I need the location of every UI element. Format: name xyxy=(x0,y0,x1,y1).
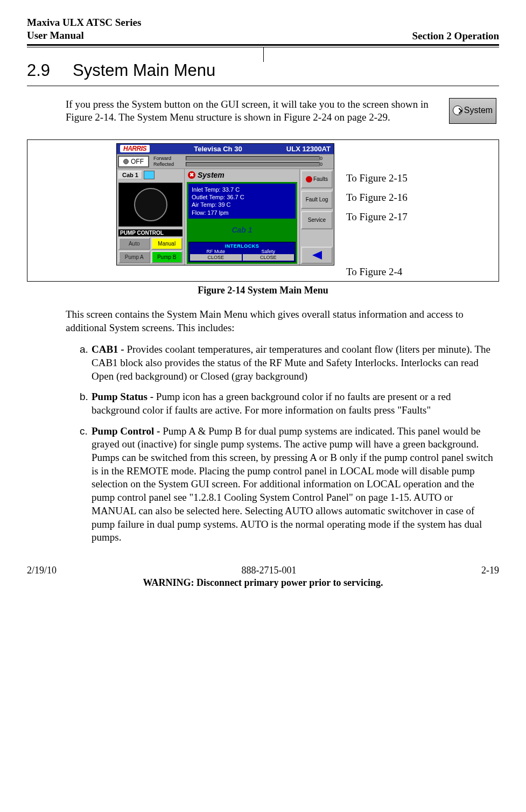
section-title: System Main Menu xyxy=(73,61,215,80)
gui-channel: Televisa Ch 30 xyxy=(194,145,242,153)
air-temp: Air Temp: 39 C xyxy=(192,201,292,208)
cab1-tab[interactable]: Cab 1 xyxy=(118,171,142,179)
outlet-temp: Outlet Temp: 36.7 C xyxy=(192,193,292,201)
home-icon[interactable] xyxy=(144,171,155,179)
product-line1: Maxiva ULX ATSC Series xyxy=(27,16,141,29)
cab-label: Cab 1 xyxy=(188,219,296,242)
product-line2: User Manual xyxy=(27,29,141,42)
marker-a: a. xyxy=(80,343,92,383)
annotation-faults: To Figure 2-15 xyxy=(346,172,408,184)
power-status[interactable]: OFF xyxy=(118,156,149,167)
fault-log-button[interactable]: Fault Log xyxy=(301,191,333,209)
brand-logo: HARRIS xyxy=(120,145,150,152)
item-c-bold: Pump Control - xyxy=(92,425,163,437)
footer-date: 2/19/10 xyxy=(27,565,57,576)
temperature-box: Inlet Temp: 33.7 C Outlet Temp: 36.7 C A… xyxy=(188,184,296,219)
item-a-text: Provides coolant temperatures, air tempe… xyxy=(92,344,490,381)
service-button[interactable]: Service xyxy=(301,211,333,229)
reflected-label: Reflected xyxy=(153,162,186,167)
system-label: System xyxy=(198,171,225,179)
feature-list: a. CAB1 - Provides coolant temperatures,… xyxy=(80,343,499,544)
fault-log-label: Fault Log xyxy=(306,197,328,202)
annotation-back: To Figure 2-4 xyxy=(346,266,408,278)
reflected-value: 0 xyxy=(320,162,331,167)
footer-warning: WARNING: Disconnect primary power prior … xyxy=(27,577,499,589)
fault-icon xyxy=(306,176,312,183)
auto-button[interactable]: Auto xyxy=(118,237,150,250)
forward-label: Forward xyxy=(153,156,186,161)
safety-status: CLOSE xyxy=(243,254,294,261)
header-rule-thick xyxy=(27,44,499,46)
annotation-service: To Figure 2-17 xyxy=(346,211,408,223)
annotation-faultlog: To Figure 2-16 xyxy=(346,192,408,204)
pump-a-button[interactable]: Pump A xyxy=(118,251,150,263)
header-rule-thin xyxy=(27,47,499,47)
x-icon: ✖ xyxy=(188,171,195,179)
cab1-panel: Inlet Temp: 33.7 C Outlet Temp: 36.7 C A… xyxy=(187,182,297,264)
gui-screenshot: HARRIS Televisa Ch 30 ULX 12300AT OFF Fo… xyxy=(116,143,334,265)
power-dot-icon xyxy=(123,159,129,164)
intro-text: If you press the System button on the GU… xyxy=(66,99,429,123)
body-paragraph: This screen contains the System Main Men… xyxy=(66,308,499,334)
pump-status-panel xyxy=(118,183,183,227)
system-icon xyxy=(453,106,462,115)
safety-label: Safety xyxy=(243,249,294,254)
forward-bar xyxy=(186,156,320,160)
system-header: ✖ System xyxy=(185,169,299,181)
item-c-text: Pump A & Pump B for dual pump systems ar… xyxy=(92,425,493,543)
gui-model: ULX 12300AT xyxy=(286,145,331,153)
fwd-ref-meters: Forward 0 Reflected 0 xyxy=(150,155,334,169)
list-item-c: c. Pump Control - Pump A & Pump B for du… xyxy=(80,425,499,544)
faults-button[interactable]: Faults xyxy=(301,170,333,188)
reflected-bar xyxy=(186,162,320,166)
item-b-bold: Pump Status - xyxy=(92,391,156,402)
gui-main-area: Cab 1 PUMP CONTROL Auto Manual Pump A Pu xyxy=(117,169,334,265)
page-footer: 2/19/10 888-2715-001 2-19 WARNING: Disco… xyxy=(27,565,499,589)
back-button[interactable] xyxy=(301,247,333,264)
figure-caption: Figure 2-14 System Main Menu xyxy=(27,285,499,296)
header-product: Maxiva ULX ATSC Series User Manual xyxy=(27,16,141,42)
compass-icon xyxy=(134,188,167,221)
pump-control-panel: PUMP CONTROL Auto Manual Pump A Pump B xyxy=(117,228,184,265)
faults-label: Faults xyxy=(313,176,328,182)
section-heading: 2.9 System Main Menu xyxy=(27,61,499,86)
header-section: Section 2 Operation xyxy=(412,30,500,42)
figure-annotations: To Figure 2-15 To Figure 2-16 To Figure … xyxy=(346,143,408,278)
page-header: Maxiva ULX ATSC Series User Manual Secti… xyxy=(27,16,499,44)
gui-left-column: Cab 1 PUMP CONTROL Auto Manual Pump A Pu xyxy=(117,169,185,265)
marker-b: b. xyxy=(80,390,92,417)
pump-control-label: PUMP CONTROL xyxy=(118,229,183,236)
marker-c: c. xyxy=(80,425,92,544)
power-label: OFF xyxy=(131,158,144,165)
list-item-a: a. CAB1 - Provides coolant temperatures,… xyxy=(80,343,499,383)
footer-docnum: 888-2715-001 xyxy=(242,565,297,576)
flow: Flow: 177 lpm xyxy=(192,209,292,216)
section-number: 2.9 xyxy=(27,61,73,80)
pump-b-button[interactable]: Pump B xyxy=(151,251,183,263)
interlocks-box: INTERLOCKS RF Mute Safety CLOSE CLOSE xyxy=(188,242,296,262)
interlocks-title: INTERLOCKS xyxy=(190,243,294,249)
manual-button[interactable]: Manual xyxy=(151,237,183,250)
tab-row: Cab 1 xyxy=(117,169,184,181)
gui-title-bar: HARRIS Televisa Ch 30 ULX 12300AT xyxy=(117,144,334,154)
forward-value: 0 xyxy=(320,156,331,161)
gui-right-column: Faults Fault Log Service xyxy=(299,169,334,265)
item-a-bold: CAB1 - xyxy=(92,344,127,355)
system-button-label: System xyxy=(464,105,493,116)
rf-mute-label: RF Mute xyxy=(190,249,242,254)
gui-center-column: ✖ System Inlet Temp: 33.7 C Outlet Temp:… xyxy=(185,169,299,265)
figure-container: HARRIS Televisa Ch 30 ULX 12300AT OFF Fo… xyxy=(27,139,499,282)
service-label: Service xyxy=(308,217,326,223)
gui-status-row: OFF Forward 0 Reflected 0 xyxy=(117,154,334,169)
inlet-temp: Inlet Temp: 33.7 C xyxy=(192,186,292,193)
list-item-b: b. Pump Status - Pump icon has a green b… xyxy=(80,390,499,417)
spacer xyxy=(300,230,334,246)
system-button[interactable]: System xyxy=(449,98,496,124)
intro-paragraph: If you press the System button on the GU… xyxy=(66,98,445,124)
rf-mute-status: CLOSE xyxy=(190,254,242,261)
footer-page: 2-19 xyxy=(481,565,499,576)
